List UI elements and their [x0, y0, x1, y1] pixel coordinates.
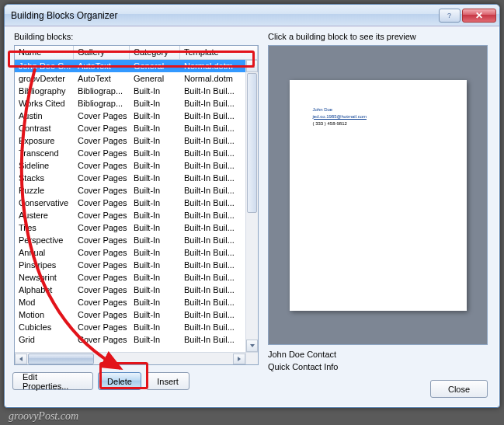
preview-page-email: jed.co.1985@hotmail.com — [313, 113, 443, 120]
cell-gallery: Cover Pages — [74, 172, 130, 184]
cell-category: Built-In — [130, 184, 180, 197]
cell-gallery: AutoText — [74, 72, 130, 85]
cell-gallery: Cover Pages — [74, 259, 130, 271]
cell-name: Sideline — [15, 159, 74, 172]
table-row[interactable]: PuzzleCover PagesBuilt-InBuilt-In Buil..… — [15, 184, 245, 197]
table-row[interactable]: CubiclesCover PagesBuilt-InBuilt-In Buil… — [15, 321, 245, 333]
cell-template: Built-In Buil... — [180, 97, 245, 110]
hscroll-thumb[interactable] — [28, 354, 94, 364]
cell-category: Built-In — [130, 321, 180, 333]
table-row[interactable]: MotionCover PagesBuilt-InBuilt-In Buil..… — [15, 308, 245, 321]
window-title: Building Blocks Organizer — [11, 10, 437, 21]
cell-category: Built-In — [130, 122, 180, 134]
vertical-scrollbar[interactable] — [245, 60, 258, 352]
svg-marker-1 — [250, 64, 255, 68]
preview-page-phone: ( 333 ) 458-9812 — [313, 120, 443, 127]
cell-template: Built-In Buil... — [180, 259, 245, 271]
table-row[interactable]: TranscendCover PagesBuilt-InBuilt-In Bui… — [15, 147, 245, 159]
preview-page-name: John Doe — [313, 106, 443, 113]
table-row[interactable]: PerspectiveCover PagesBuilt-InBuilt-In B… — [15, 234, 245, 246]
help-button[interactable]: ? — [439, 9, 461, 23]
table-row[interactable]: SidelineCover PagesBuilt-InBuilt-In Buil… — [15, 159, 245, 172]
scroll-down-button[interactable] — [246, 340, 258, 352]
col-name[interactable]: Name — [15, 46, 74, 59]
cell-gallery: Bibliograp... — [74, 85, 130, 97]
cell-gallery: Cover Pages — [74, 134, 130, 147]
cell-name: Newsprint — [15, 271, 74, 284]
col-template[interactable]: Template — [180, 46, 258, 59]
cell-category: Built-In — [130, 234, 180, 246]
cell-template: Built-In Buil... — [180, 184, 245, 197]
cell-template: Built-In Buil... — [180, 308, 245, 321]
cell-name: Austin — [15, 110, 74, 122]
table-row[interactable]: TilesCover PagesBuilt-InBuilt-In Buil... — [15, 221, 245, 234]
cell-name: Alphabet — [15, 284, 74, 296]
cell-category: Built-In — [130, 308, 180, 321]
table-row[interactable]: ExposureCover PagesBuilt-InBuilt-In Buil… — [15, 134, 245, 147]
cell-gallery: Cover Pages — [74, 321, 130, 333]
cell-category: Built-In — [130, 246, 180, 259]
table-row[interactable]: NewsprintCover PagesBuilt-InBuilt-In Bui… — [15, 271, 245, 284]
close-button[interactable]: Close — [430, 380, 488, 398]
close-window-button[interactable]: ✕ — [462, 9, 496, 23]
scroll-right-button[interactable] — [233, 354, 245, 364]
cell-template: Built-In Buil... — [180, 147, 245, 159]
scroll-up-button[interactable] — [246, 60, 258, 72]
cell-category: General — [130, 60, 180, 72]
table-row[interactable]: AustereCover PagesBuilt-InBuilt-In Buil.… — [15, 209, 245, 221]
insert-button[interactable]: Insert — [146, 372, 189, 390]
cell-gallery: Cover Pages — [74, 159, 130, 172]
table-row[interactable]: groovDexterAutoTextGeneralNormal.dotm — [15, 72, 245, 85]
horizontal-scrollbar[interactable] — [15, 352, 245, 364]
cell-name: Exposure — [15, 134, 74, 147]
table-row[interactable]: BibliographyBibliograp...Built-InBuilt-I… — [15, 85, 245, 97]
table-row[interactable]: AustinCover PagesBuilt-InBuilt-In Buil..… — [15, 110, 245, 122]
table-row[interactable]: ConservativeCover PagesBuilt-InBuilt-In … — [15, 197, 245, 209]
cell-gallery: Cover Pages — [74, 271, 130, 284]
cell-name: John Doe C... — [15, 60, 74, 72]
cell-category: Built-In — [130, 333, 180, 346]
cell-template: Normal.dotm — [180, 72, 245, 85]
table-row[interactable]: Works CitedBibliograp...Built-InBuilt-In… — [15, 97, 245, 110]
preview-page: John Doe jed.co.1985@hotmail.com ( 333 )… — [290, 80, 467, 311]
cell-gallery: Cover Pages — [74, 147, 130, 159]
cell-name: Bibliography — [15, 85, 74, 97]
cell-gallery: Cover Pages — [74, 122, 130, 134]
cell-category: Built-In — [130, 110, 180, 122]
table-row[interactable]: AlphabetCover PagesBuilt-InBuilt-In Buil… — [15, 284, 245, 296]
table-row[interactable]: StacksCover PagesBuilt-InBuilt-In Buil..… — [15, 172, 245, 184]
table-row[interactable]: PinstripesCover PagesBuilt-InBuilt-In Bu… — [15, 259, 245, 271]
cell-name: Mod — [15, 296, 74, 308]
cell-category: Built-In — [130, 159, 180, 172]
table-row[interactable]: ModCover PagesBuilt-InBuilt-In Buil... — [15, 296, 245, 308]
cell-name: Tiles — [15, 221, 74, 234]
building-blocks-list: Name Gallery Category Template John Doe … — [14, 45, 259, 365]
action-buttons: Edit Properties... Delete Insert — [12, 372, 189, 390]
cell-category: Built-In — [130, 271, 180, 284]
cell-name: Austere — [15, 209, 74, 221]
svg-marker-4 — [238, 357, 241, 361]
cell-template: Built-In Buil... — [180, 209, 245, 221]
cell-template: Built-In Buil... — [180, 246, 245, 259]
cell-name: Stacks — [15, 172, 74, 184]
preview-pane: John Doe jed.co.1985@hotmail.com ( 333 )… — [268, 45, 488, 345]
scroll-left-button[interactable] — [15, 354, 27, 364]
watermark: groovyPost.com — [9, 410, 78, 423]
cell-name: Cubicles — [15, 321, 74, 333]
table-row[interactable]: John Doe C...AutoTextGeneralNormal.dotm — [15, 60, 245, 72]
cell-gallery: Cover Pages — [74, 209, 130, 221]
cell-gallery: Cover Pages — [74, 308, 130, 321]
titlebar[interactable]: Building Blocks Organizer ? ✕ — [5, 5, 499, 26]
table-row[interactable]: GridCover PagesBuilt-InBuilt-In Buil... — [15, 333, 245, 346]
delete-button[interactable]: Delete — [98, 372, 141, 390]
table-row[interactable]: AnnualCover PagesBuilt-InBuilt-In Buil..… — [15, 246, 245, 259]
col-gallery[interactable]: Gallery — [74, 46, 130, 59]
cell-category: Built-In — [130, 85, 180, 97]
cell-gallery: AutoText — [74, 60, 130, 72]
edit-properties-button[interactable]: Edit Properties... — [12, 372, 93, 390]
cell-template: Built-In Buil... — [180, 159, 245, 172]
table-row[interactable]: ContrastCover PagesBuilt-InBuilt-In Buil… — [15, 122, 245, 134]
cell-category: Built-In — [130, 209, 180, 221]
col-category[interactable]: Category — [130, 46, 180, 59]
scroll-thumb[interactable] — [247, 73, 257, 213]
